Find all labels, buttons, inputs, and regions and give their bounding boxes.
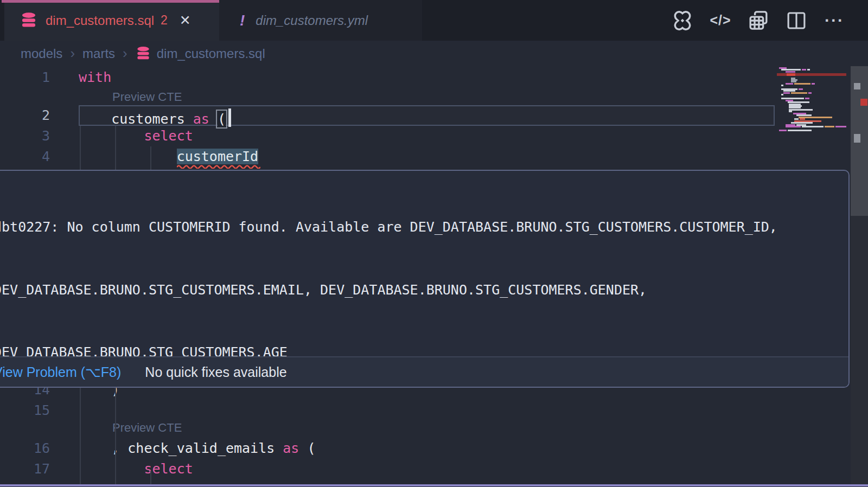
- minimap-code-line: [781, 69, 801, 71]
- chevron-right-icon: ›: [123, 45, 127, 62]
- minimap-code-line: [783, 92, 790, 94]
- minimap-code-line: [796, 114, 812, 116]
- code-line-16: , check_valid_emails as (: [79, 438, 316, 459]
- cte-name-check-valid-emails: , check_valid_emails: [111, 440, 283, 456]
- text-cursor: [228, 108, 231, 127]
- cte-name-customers: customers: [111, 111, 193, 127]
- minimap-code-line: [807, 69, 810, 71]
- indent-guide: [150, 471, 151, 484]
- breadcrumb: models › marts › dim_customers.sql: [0, 41, 868, 66]
- tab-dim-customers-yml[interactable]: ! dim_customers.yml: [219, 0, 422, 41]
- keyword-select: select: [144, 128, 193, 144]
- keyword-as: as: [193, 111, 218, 127]
- error-message-1: dbt0227: No column CUSTOMERID found. Ava…: [0, 171, 848, 388]
- indent-guide: [115, 388, 116, 484]
- breadcrumb-models[interactable]: models: [21, 46, 62, 61]
- minimap-code-line: [799, 88, 803, 90]
- code-line-2: customers as (: [79, 105, 231, 130]
- minimap-code-line: [787, 73, 795, 76]
- minimap-code-line: [808, 92, 812, 94]
- minimap-code-line: [812, 83, 815, 85]
- minimap-code-line: [802, 69, 806, 71]
- code-line-17: select: [79, 459, 193, 479]
- line-number-16: 16: [0, 438, 50, 459]
- line-number-4: 4: [0, 146, 50, 167]
- line-number-17: 17: [0, 459, 50, 479]
- code-line-1: with: [79, 67, 111, 88]
- minimap[interactable]: [775, 66, 848, 175]
- error-hover-popup: dbt0227: No column CUSTOMERID found. Ava…: [0, 170, 850, 388]
- dbt-icon[interactable]: [671, 9, 694, 33]
- code-lens-preview-cte[interactable]: Preview CTE: [112, 89, 182, 105]
- minimap-code-line: [800, 118, 805, 120]
- code-lens-preview-cte[interactable]: Preview CTE: [112, 420, 182, 436]
- active-tab-accent: [2, 0, 219, 3]
- error-text-line: dbt0227: No column CUSTOMERID found. Ava…: [0, 217, 848, 238]
- minimap-code-line: [789, 109, 813, 111]
- minimap-code-line: [794, 83, 810, 85]
- indent-guide: [80, 126, 81, 170]
- ruler-decoration: [854, 134, 860, 143]
- no-quick-fixes-text: No quick fixes available: [145, 364, 286, 380]
- minimap-code-line: [783, 90, 795, 92]
- error-text-line: DEV_DATABASE.BRUNO.STG_CUSTOMERS.EMAIL, …: [0, 280, 848, 301]
- breadcrumb-marts[interactable]: marts: [82, 46, 115, 61]
- view-problem-link[interactable]: View Problem (⌥F8): [0, 364, 121, 380]
- indent-guide: [80, 388, 81, 484]
- chevron-right-icon: ›: [70, 45, 75, 62]
- breadcrumb-file[interactable]: dim_customers.sql: [157, 46, 265, 61]
- vscode-editor-window: { "tabbar": { "tabs": [ { "label": "dim_…: [0, 0, 868, 487]
- minimap-code-line: [788, 130, 812, 131]
- panel-split-divider[interactable]: [0, 484, 868, 486]
- minimap-code-line: [802, 126, 824, 127]
- indent-guide: [150, 146, 151, 170]
- line-number-2: 2: [0, 105, 50, 126]
- tab-bar: dim_customers.sql 2 ✕ ! dim_customers.ym…: [0, 0, 868, 41]
- minimap-code-line: [788, 101, 809, 103]
- minimap-code-line: [781, 94, 783, 95]
- tab-label: dim_customers.yml: [256, 13, 368, 28]
- minimap-code-line: [786, 83, 793, 85]
- code-line-4: customerId: [79, 146, 258, 167]
- keyword-with: with: [79, 69, 111, 85]
- minimap-code-line: [789, 111, 792, 112]
- minimap-code-line: [781, 85, 783, 86]
- ellipsis-icon[interactable]: ···: [822, 9, 846, 33]
- copy-table-icon[interactable]: [746, 9, 770, 33]
- error-token-customerid[interactable]: customerId: [177, 149, 259, 164]
- tab-problem-badge: 2: [161, 13, 168, 28]
- line-number-1: 1: [0, 67, 50, 88]
- error-squiggle: [177, 164, 260, 169]
- tab-label: dim_customers.sql: [46, 13, 154, 28]
- minimap-code-line: [825, 126, 834, 127]
- ruler-decoration: [860, 99, 867, 106]
- database-icon: [20, 11, 38, 30]
- matched-bracket: (: [218, 111, 226, 127]
- scrollbar[interactable]: [851, 66, 868, 487]
- minimap-code-line: [835, 126, 846, 127]
- minimap-code-line: [791, 92, 807, 94]
- ruler-decoration: [854, 83, 860, 89]
- code-editor[interactable]: 1 with Preview CTE 2 customers as ( 3 se…: [0, 66, 868, 487]
- tab-dim-customers-sql[interactable]: dim_customers.sql 2 ✕: [4, 0, 219, 41]
- minimap-code-line: [786, 126, 801, 127]
- hover-status-bar: View Problem (⌥F8) No quick fixes availa…: [0, 356, 848, 387]
- error-exclamation-icon: !: [240, 12, 245, 29]
- minimap-code-line: [786, 71, 795, 73]
- minimap-code-line: [794, 118, 799, 120]
- minimap-code-line: [805, 98, 809, 99]
- close-icon[interactable]: ✕: [180, 12, 191, 28]
- minimap-code-line: [791, 122, 813, 124]
- indent-guide: [115, 126, 116, 170]
- split-editor-icon[interactable]: [784, 9, 808, 33]
- line-number-3: 3: [0, 126, 50, 146]
- minimap-code-line: [781, 98, 804, 99]
- minimap-code-line: [789, 107, 801, 108]
- keyword-as: as: [283, 440, 307, 456]
- line-number-15: 15: [0, 400, 50, 421]
- code-icon[interactable]: </>: [709, 9, 732, 33]
- editor-actions: </> ···: [671, 0, 846, 41]
- database-icon: [135, 46, 151, 62]
- minimap-code-line: [779, 130, 787, 131]
- minimap-code-line: [791, 81, 796, 82]
